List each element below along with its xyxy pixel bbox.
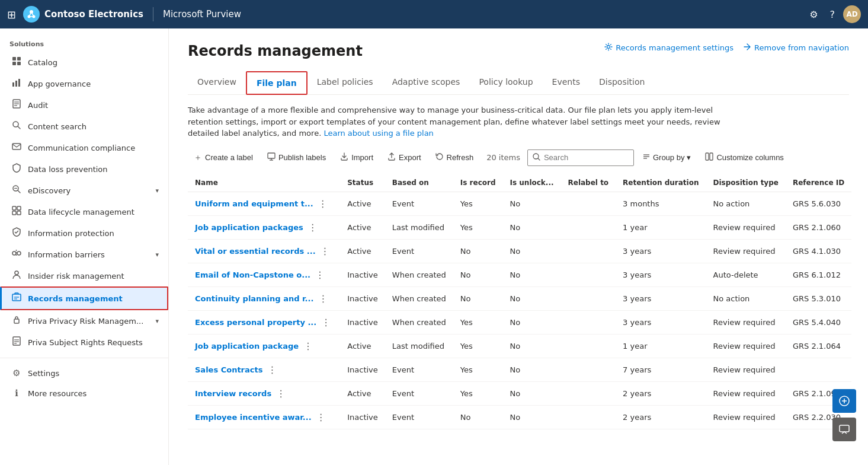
cell-is-record: No xyxy=(453,263,503,286)
sidebar-item-audit[interactable]: Audit xyxy=(0,94,168,116)
sidebar-item-data-lifecycle[interactable]: Data lifecycle management xyxy=(0,201,168,222)
cell-is-unlock: No xyxy=(503,358,561,381)
row-menu-icon[interactable]: ⋮ xyxy=(318,246,332,257)
group-by-button[interactable]: Group by ▾ xyxy=(636,149,697,166)
search-box[interactable] xyxy=(527,149,634,166)
publish-labels-button[interactable]: Publish labels xyxy=(261,149,332,166)
svg-rect-11 xyxy=(15,81,17,87)
cell-is-unlock: No xyxy=(503,263,561,286)
cell-retention-duration: 3 years xyxy=(616,263,706,286)
cell-status: Active xyxy=(340,381,385,405)
row-menu-icon[interactable]: ⋮ xyxy=(306,222,320,233)
cell-is-unlock: No xyxy=(503,215,561,239)
communication-compliance-icon xyxy=(11,142,22,154)
svg-rect-10 xyxy=(12,82,14,87)
cell-is-unlock: No xyxy=(503,310,561,334)
sidebar-item-insider-risk[interactable]: Insider risk management xyxy=(0,265,168,286)
tab-disposition[interactable]: Disposition xyxy=(590,71,654,95)
customize-columns-button[interactable]: Customize columns xyxy=(699,149,789,166)
cell-is-unlock: No xyxy=(503,239,561,263)
help-icon[interactable]: ? xyxy=(827,5,839,24)
sidebar-item-label: Priva Subject Rights Requests xyxy=(28,338,143,347)
sidebar-item-catalog[interactable]: Catalog xyxy=(0,52,168,73)
svg-rect-7 xyxy=(17,57,21,60)
row-menu-icon[interactable]: ⋮ xyxy=(314,412,328,423)
org-name: Contoso Electronics xyxy=(44,9,143,20)
row-menu-icon[interactable]: ⋮ xyxy=(274,388,288,399)
svg-rect-9 xyxy=(17,62,21,65)
row-menu-icon[interactable]: ⋮ xyxy=(316,293,330,304)
sidebar-item-label: Data loss prevention xyxy=(28,165,108,174)
sidebar-item-priva-subject[interactable]: Priva Subject Rights Requests xyxy=(0,332,168,353)
user-avatar[interactable]: AD xyxy=(843,5,861,23)
search-input[interactable] xyxy=(544,153,629,162)
sidebar-item-label: Communication compliance xyxy=(28,144,135,152)
sidebar-item-priva-privacy[interactable]: Priva Privacy Risk Managem... ▾ xyxy=(0,310,168,332)
tab-policy-lookup[interactable]: Policy lookup xyxy=(469,71,542,95)
cell-relabel-to xyxy=(561,192,616,215)
logo-icon xyxy=(23,6,40,23)
sidebar-item-more-resources[interactable]: ℹ More resources xyxy=(0,383,168,403)
remove-nav-label: Remove from navigation xyxy=(754,43,849,52)
tab-adaptive-scopes[interactable]: Adaptive scopes xyxy=(383,71,470,95)
cell-reference-id: GRS 4.1.030 xyxy=(786,239,851,263)
cell-status: Inactive xyxy=(340,286,385,310)
svg-rect-25 xyxy=(12,211,16,215)
export-icon xyxy=(387,152,396,163)
tab-label-policies[interactable]: Label policies xyxy=(308,71,383,95)
settings-link-icon xyxy=(604,43,613,53)
col-based-on: Based on xyxy=(385,174,453,192)
cell-status: Inactive xyxy=(340,263,385,286)
sidebar-item-ediscovery[interactable]: eDiscovery ▾ xyxy=(0,180,168,201)
table-header-row: Name Status Based on Is record Is unlock… xyxy=(188,174,851,192)
records-management-icon xyxy=(11,292,22,304)
tab-overview[interactable]: Overview xyxy=(188,71,246,95)
col-reference-id: Reference ID xyxy=(786,174,851,192)
sidebar-item-settings[interactable]: ⚙ Settings xyxy=(0,363,168,383)
row-menu-icon[interactable]: ⋮ xyxy=(316,198,330,209)
fab-feedback-button[interactable] xyxy=(832,418,856,441)
fab-chat-button[interactable] xyxy=(832,389,856,413)
cell-disposition-type: No action xyxy=(706,286,786,310)
tab-file-plan[interactable]: File plan xyxy=(246,71,308,95)
cell-is-record: Yes xyxy=(453,381,503,405)
sidebar-item-records-management[interactable]: Records management xyxy=(0,286,168,310)
sidebar-item-content-search[interactable]: Content search xyxy=(0,116,168,137)
cell-status: Active xyxy=(340,215,385,239)
table-row: Uniform and equipment t... ⋮ Active Even… xyxy=(188,192,851,215)
svg-rect-23 xyxy=(12,206,16,210)
records-management-settings-link[interactable]: Records management settings xyxy=(604,43,734,53)
learn-more-link[interactable]: Learn about using a file plan xyxy=(324,129,433,138)
sidebar-item-data-loss-prevention[interactable]: Data loss prevention xyxy=(0,158,168,180)
cell-is-record: No xyxy=(453,286,503,310)
cell-is-record: Yes xyxy=(453,334,503,358)
row-menu-icon[interactable]: ⋮ xyxy=(319,317,333,328)
export-button[interactable]: Export xyxy=(382,149,427,166)
cell-reference-id: GRS 6.1.012 xyxy=(786,263,851,286)
sidebar-item-information-protection[interactable]: Information protection xyxy=(0,222,168,244)
cell-based-on: Last modified xyxy=(385,215,453,239)
create-label-button[interactable]: ＋ Create a label xyxy=(188,149,259,167)
chevron-down-icon: ▾ xyxy=(155,187,159,195)
sidebar-item-app-governance[interactable]: App governance xyxy=(0,73,168,94)
settings-nav-icon: ⚙ xyxy=(11,368,22,378)
sidebar-section-label: Solutions xyxy=(0,33,168,52)
waffle-menu[interactable]: ⊞ xyxy=(7,8,16,21)
col-status: Status xyxy=(340,174,385,192)
remove-from-navigation-link[interactable]: Remove from navigation xyxy=(743,43,849,53)
cell-relabel-to xyxy=(561,310,616,334)
main-content: Records management Records management se… xyxy=(169,28,868,465)
row-menu-icon[interactable]: ⋮ xyxy=(265,364,279,375)
cell-status: Inactive xyxy=(340,405,385,429)
sidebar-item-label: Catalog xyxy=(28,58,57,67)
import-button[interactable]: Import xyxy=(334,149,379,166)
tab-events[interactable]: Events xyxy=(543,71,590,95)
sidebar-item-communication-compliance[interactable]: Communication compliance xyxy=(0,137,168,158)
row-menu-icon[interactable]: ⋮ xyxy=(301,340,315,352)
row-menu-icon[interactable]: ⋮ xyxy=(313,269,327,281)
settings-icon[interactable]: ⚙ xyxy=(806,5,821,24)
table-row: Interview records ⋮ Active Event Yes No … xyxy=(188,381,851,405)
col-is-unlock: Is unlock... xyxy=(503,174,561,192)
sidebar-item-information-barriers[interactable]: Information barriers ▾ xyxy=(0,244,168,265)
refresh-button[interactable]: Refresh xyxy=(430,149,480,166)
